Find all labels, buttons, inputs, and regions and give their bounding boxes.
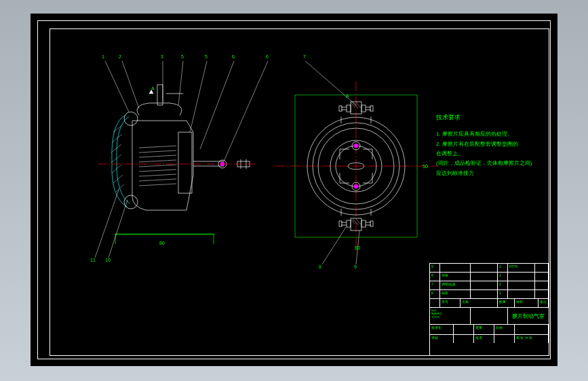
balloon-4: 5 — [181, 54, 184, 59]
svg-line-38 — [224, 61, 268, 161]
svg-line-17 — [139, 165, 176, 167]
svg-line-8 — [111, 144, 121, 153]
svg-line-20 — [139, 179, 176, 181]
note-2: 2. 摩擦片有在装配整套调整垫圈的 — [436, 140, 532, 149]
right-front-view — [275, 81, 437, 251]
svg-rect-56 — [361, 105, 366, 112]
svg-line-36 — [190, 61, 207, 132]
leaders-bottom-left — [95, 190, 128, 258]
arrow-a2: A — [346, 94, 349, 98]
note-3: (间距，成品检验证，壳体相摩擦片之间) — [436, 159, 532, 168]
svg-line-84 — [305, 61, 356, 105]
svg-line-76 — [353, 219, 358, 225]
svg-point-5 — [124, 195, 138, 209]
balloon-9: 9 — [354, 264, 357, 269]
svg-point-50 — [354, 144, 358, 148]
balloon-6: 6 — [232, 54, 235, 59]
svg-line-37 — [200, 61, 234, 149]
svg-rect-61 — [339, 106, 342, 111]
svg-rect-67 — [347, 220, 351, 227]
parts-row-9: 91HT70 — [430, 264, 549, 273]
svg-line-32 — [105, 61, 129, 112]
svg-rect-73 — [339, 221, 342, 226]
svg-rect-55 — [347, 105, 351, 112]
technical-requirements: 技术要求 1. 摩擦片应具有相应的热处理。 2. 摩擦片有在装配整套调整垫圈的 … — [436, 112, 532, 178]
arrow-a: A — [151, 86, 155, 91]
svg-line-18 — [139, 169, 176, 172]
note-2b: 在调整上。 — [436, 149, 532, 159]
svg-point-52 — [354, 184, 358, 188]
parts-row-6: 6铜套1 — [430, 290, 549, 299]
svg-line-33 — [122, 61, 139, 108]
dim-50: 50 — [423, 164, 428, 169]
leaders-left — [105, 61, 268, 161]
dim-80: 80 — [355, 245, 360, 250]
svg-line-13 — [139, 146, 176, 148]
balloon-1: 1 — [102, 54, 104, 59]
svg-rect-3 — [157, 85, 163, 105]
left-section-view — [98, 85, 258, 244]
svg-line-39 — [95, 190, 119, 258]
svg-rect-74 — [370, 221, 373, 226]
svg-rect-62 — [370, 106, 373, 111]
notes-title: 技术要求 — [436, 112, 532, 123]
balloon-5: 5 — [205, 54, 208, 59]
svg-line-82 — [322, 227, 346, 264]
balloon-2: 2 — [119, 54, 121, 59]
balloon-7: 7 — [303, 54, 306, 59]
svg-line-64 — [353, 102, 358, 108]
dim-86: 86 — [159, 241, 165, 245]
drawing-title-row: 设计 制图单位 年月日 膜片制动气室 — [430, 308, 549, 325]
svg-line-19 — [139, 174, 176, 176]
parts-header: 序号名称数量材料备注 — [430, 299, 549, 308]
parts-row-7: 7调整/端盖1 — [430, 281, 549, 290]
svg-line-16 — [139, 160, 176, 162]
balloon-11: 11 — [90, 258, 96, 262]
cad-drawing-canvas: 1 2 3 5 5 6 6 7 11 10 8 9 86 80 50 A A 技… — [31, 14, 557, 366]
svg-line-35 — [178, 61, 183, 105]
drawing-name: 膜片制动气室 — [508, 308, 549, 324]
note-1: 1. 摩擦片应具有相应的热处理。 — [436, 129, 532, 139]
title-block: 91HT70 8弹簧1 7调整/端盖1 6铜套1 序号名称数量材料备注 设计 制… — [429, 263, 549, 356]
svg-line-75 — [351, 220, 355, 224]
balloon-3: 3 — [161, 54, 163, 59]
svg-rect-0 — [115, 234, 214, 235]
svg-line-14 — [139, 151, 176, 153]
svg-line-12 — [116, 184, 124, 192]
svg-rect-68 — [361, 220, 366, 227]
balloon-6b: 6 — [266, 54, 269, 59]
sig-row-2: 标准化 重量 比例 — [430, 325, 549, 335]
svg-rect-22 — [178, 132, 192, 193]
svg-line-40 — [109, 200, 128, 258]
parts-row-8: 8弹簧1 — [430, 273, 549, 281]
svg-line-21 — [139, 184, 176, 186]
note-3b: 应达到标准接力 — [436, 169, 532, 178]
svg-line-15 — [139, 155, 176, 157]
sig-row-3: 审核 批准 第 张 共 张 — [430, 335, 549, 343]
svg-line-6 — [113, 125, 122, 132]
balloon-10: 10 — [105, 258, 111, 262]
balloon-8: 8 — [319, 264, 321, 269]
